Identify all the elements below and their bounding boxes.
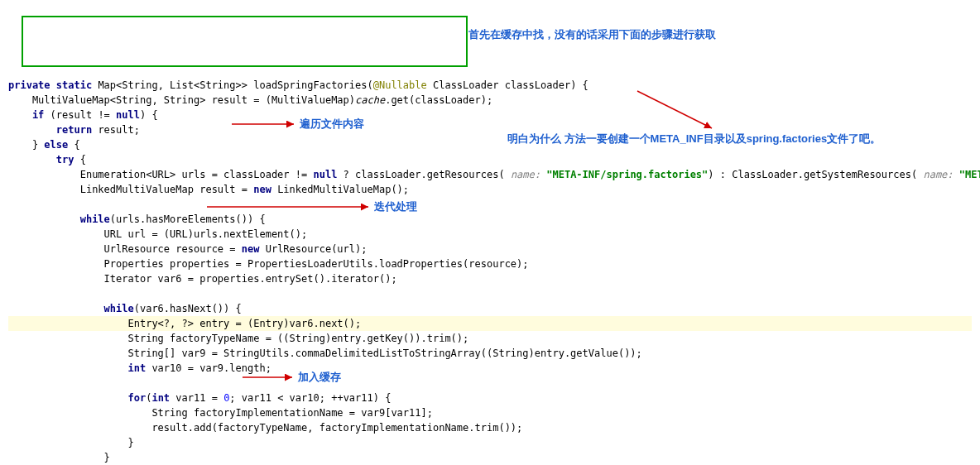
kw-else: else [44, 139, 68, 151]
l23: String factoryImplementationName = var9[… [8, 407, 433, 419]
l22f: ; var11 < var10; ++var11) { [229, 392, 391, 404]
l5a: } [8, 139, 44, 151]
l24: result.add(factoryTypeName, factoryImple… [8, 422, 522, 434]
annotation-add-cache: 加入缓存 [298, 369, 341, 386]
l19: String[] var9 = StringUtils.commaDelimit… [8, 348, 642, 359]
l8a: LinkedMultiValueMap result = [8, 184, 253, 195]
l3d: ) { [140, 109, 158, 121]
hint-name1: name: [505, 169, 547, 180]
l25: } [8, 437, 134, 448]
l16b: (var6.hasNext()) { [134, 303, 242, 314]
kw-private-static: private static [8, 79, 92, 91]
l12a: UrlResource resource = [8, 243, 242, 255]
sig-part2: ClassLoader classLoader) { [427, 79, 588, 91]
l22d: var11 = [170, 392, 223, 404]
l7a: Enumeration<URL> urls = classLoader != [8, 169, 313, 180]
l5c: { [68, 139, 79, 151]
l14: Iterator var6 = properties.entrySet().it… [8, 273, 397, 285]
code-block: private static Map<String, List<String>>… [0, 60, 980, 465]
l3b: (result != [44, 109, 116, 121]
l18: String factoryTypeName = ((String)entry.… [8, 333, 468, 344]
l11: URL url = (URL)urls.nextElement(); [8, 228, 307, 240]
annotation-iterate-file: 遍历文件内容 [300, 116, 364, 132]
l6b: { [74, 154, 85, 165]
line2c: .get(classLoader); [385, 94, 492, 106]
kw-try: try [8, 154, 74, 165]
kw-for: for [8, 392, 146, 404]
cache-ref: cache [355, 94, 385, 106]
l4b: result; [92, 124, 140, 136]
annotation-meta-inf-explain: 明白为什么 方法一要创建一个META_INF目录以及spring.factori… [507, 131, 881, 147]
kw-if: if [8, 109, 44, 121]
kw-new2: new [242, 243, 260, 255]
l12c: UrlResource(url); [259, 243, 367, 255]
l10b: (urls.hasMoreElements()) { [110, 213, 266, 225]
l7f: ) : ClassLoader.getSystemResources( [708, 169, 917, 180]
kw-int2: int [151, 392, 170, 404]
sig-part: Map<String, List<String>> loadSpringFact… [92, 79, 373, 91]
kw-while1: while [8, 213, 110, 225]
annotation-nullable: @Nullable [373, 79, 427, 91]
kw-new1: new [253, 184, 271, 195]
l13: Properties properties = PropertiesLoader… [8, 258, 529, 270]
kw-while2: while [8, 303, 134, 314]
kw-null2: null [313, 169, 337, 180]
highlighted-line: Entry<?, ?> entry = (Entry)var6.next(); [8, 316, 972, 331]
str-meta1: "META-INF/spring.factories" [546, 169, 708, 180]
l20b: var10 = var9.length; [146, 362, 271, 374]
annotation-iterate-process: 迭代处理 [374, 199, 417, 215]
hint-name2: name: [917, 169, 959, 180]
str-meta2: "META-INF/spring.factories" [959, 169, 980, 180]
annotation-cache-first: 首先在缓存中找，没有的话采用下面的步骤进行获取 [468, 26, 716, 43]
l8c: LinkedMultiValueMap(); [271, 184, 409, 195]
line2a: MultiValueMap<String, String> result = (… [8, 94, 355, 106]
kw-null1: null [116, 109, 140, 121]
l26: } [8, 452, 110, 463]
kw-return1: return [8, 124, 92, 136]
l7c: ? classLoader.getResources( [337, 169, 504, 180]
kw-int1: int [8, 362, 146, 374]
